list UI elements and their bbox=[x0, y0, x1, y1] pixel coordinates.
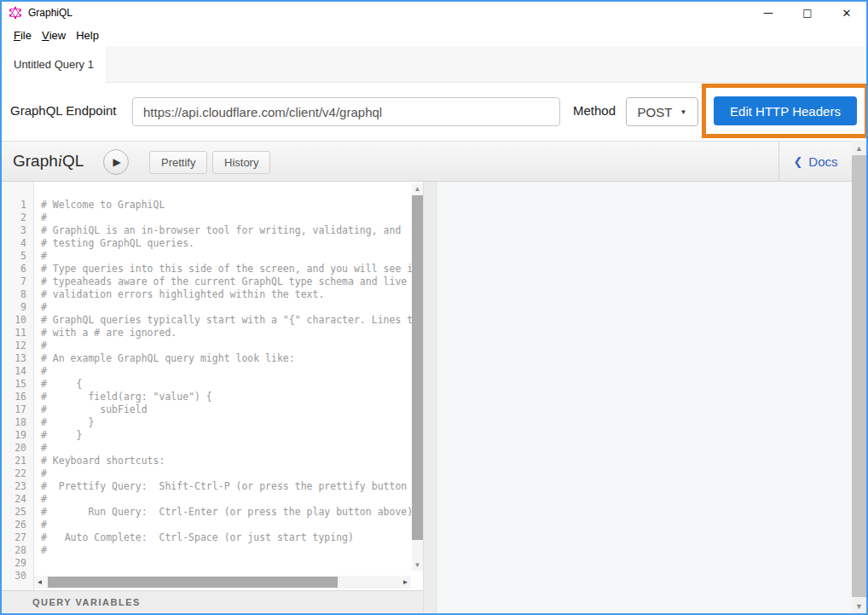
editor-line[interactable]: # GraphQL queries typically start with a… bbox=[41, 314, 423, 327]
menu-bar: FileViewHelp bbox=[2, 24, 866, 46]
title-bar: GraphiQL — □ ✕ bbox=[2, 2, 866, 24]
annotation-highlight-box: Edit HTTP Headers bbox=[702, 84, 868, 138]
tab-untitled-query[interactable]: Untitled Query 1 bbox=[2, 46, 106, 83]
window-controls: — □ ✕ bbox=[749, 2, 866, 24]
scroll-left-icon[interactable]: ◄ bbox=[34, 576, 45, 589]
line-number: 5 bbox=[2, 250, 26, 263]
main-vscroll-thumb[interactable] bbox=[852, 155, 866, 597]
editor-line[interactable]: # GraphiQL is an in-browser tool for wri… bbox=[41, 224, 423, 237]
line-number: 30 bbox=[2, 570, 26, 583]
play-icon: ▶ bbox=[113, 156, 120, 168]
editor-line[interactable]: # Type queries into this side of the scr… bbox=[41, 263, 423, 276]
minimize-icon[interactable]: — bbox=[749, 2, 788, 24]
editor-line[interactable]: # field(arg: "value") { bbox=[41, 391, 423, 403]
method-label: Method bbox=[573, 103, 616, 118]
editor-column: 1234567891011121314151617181920212223242… bbox=[2, 182, 423, 613]
editor-line[interactable]: # bbox=[41, 301, 423, 314]
query-editor[interactable]: 1234567891011121314151617181920212223242… bbox=[2, 182, 423, 590]
line-number: 12 bbox=[2, 339, 26, 352]
editor-line[interactable] bbox=[41, 557, 423, 570]
endpoint-label: GraphQL Endpoint bbox=[10, 103, 117, 118]
query-variables-title: QUERY VARIABLES bbox=[32, 597, 141, 607]
editor-line[interactable]: # typeaheads aware of the current GraphQ… bbox=[41, 276, 423, 288]
editor-line[interactable]: # } bbox=[41, 416, 423, 429]
close-icon[interactable]: ✕ bbox=[827, 2, 866, 24]
graphiql-body: 1234567891011121314151617181920212223242… bbox=[2, 182, 852, 613]
editor-line[interactable]: # bbox=[41, 519, 423, 531]
line-number: 21 bbox=[2, 455, 26, 467]
edit-http-headers-button[interactable]: Edit HTTP Headers bbox=[714, 96, 857, 125]
line-number-gutter: 1234567891011121314151617181920212223242… bbox=[2, 182, 34, 590]
app-window: GraphiQL — □ ✕ FileViewHelp Untitled Que… bbox=[0, 0, 868, 615]
editor-line[interactable]: # with a # are ignored. bbox=[41, 327, 423, 339]
history-button[interactable]: History bbox=[212, 151, 270, 174]
menu-item-view[interactable]: View bbox=[37, 24, 71, 46]
prettify-button[interactable]: Prettify bbox=[149, 151, 207, 174]
scroll-down-icon[interactable]: ▼ bbox=[852, 599, 866, 613]
line-number: 20 bbox=[2, 442, 26, 455]
main-vertical-scrollbar[interactable]: ▲ ▼ bbox=[852, 141, 866, 613]
maximize-icon[interactable]: □ bbox=[788, 2, 827, 24]
line-number: 27 bbox=[2, 531, 26, 544]
menu-item-help[interactable]: Help bbox=[71, 24, 104, 46]
pane-divider[interactable] bbox=[423, 182, 437, 613]
line-number: 28 bbox=[2, 544, 26, 557]
editor-line[interactable]: # bbox=[41, 339, 423, 352]
line-number: 4 bbox=[2, 237, 26, 250]
logo-part-graph: Graph bbox=[13, 152, 58, 170]
editor-line[interactable]: # Auto Complete: Ctrl-Space (or just sta… bbox=[41, 531, 423, 544]
editor-line[interactable]: # bbox=[41, 544, 423, 557]
line-number: 8 bbox=[2, 288, 26, 301]
line-number: 6 bbox=[2, 263, 26, 276]
line-number: 23 bbox=[2, 480, 26, 493]
docs-label: Docs bbox=[808, 154, 837, 169]
editor-line[interactable]: # validation errors highlighted within t… bbox=[41, 288, 423, 301]
editor-vertical-scrollbar[interactable]: ▲ ▼ bbox=[412, 183, 423, 571]
editor-line[interactable]: # testing GraphQL queries. bbox=[41, 237, 423, 250]
line-number: 2 bbox=[2, 212, 26, 224]
editor-line[interactable]: # subField bbox=[41, 403, 423, 416]
menu-item-file[interactable]: File bbox=[9, 24, 37, 46]
tab-strip: Untitled Query 1 bbox=[2, 46, 866, 83]
graphql-logo-icon bbox=[9, 7, 21, 19]
scroll-up-icon[interactable]: ▲ bbox=[852, 141, 866, 155]
editor-line[interactable]: # An example GraphQL query might look li… bbox=[41, 352, 423, 365]
editor-hscroll-thumb[interactable] bbox=[48, 577, 338, 588]
editor-code[interactable]: # Welcome to GraphiQL## GraphiQL is an i… bbox=[34, 182, 423, 590]
line-number: 10 bbox=[2, 314, 26, 327]
editor-line[interactable]: # { bbox=[41, 378, 423, 391]
graphiql-toolbar: GraphiQL ▶ Prettify History ❮ Docs bbox=[2, 141, 852, 182]
scroll-right-icon[interactable]: ► bbox=[400, 576, 411, 589]
editor-line[interactable]: # Welcome to GraphiQL bbox=[41, 199, 423, 212]
line-number: 29 bbox=[2, 557, 26, 570]
run-query-button[interactable]: ▶ bbox=[103, 149, 129, 175]
editor-line[interactable]: # Prettify Query: Shift-Ctrl-P (or press… bbox=[41, 480, 423, 493]
editor-vscroll-thumb[interactable] bbox=[412, 195, 423, 540]
line-number: 14 bbox=[2, 365, 26, 378]
editor-line[interactable]: # Run Query: Ctrl-Enter (or press the pl… bbox=[41, 506, 423, 519]
logo-part-ql: QL bbox=[62, 152, 84, 170]
chevron-left-icon: ❮ bbox=[793, 155, 802, 168]
editor-line[interactable]: # bbox=[41, 365, 423, 378]
method-select[interactable]: POST ▼ bbox=[626, 97, 698, 126]
scroll-down-icon[interactable]: ▼ bbox=[412, 560, 423, 571]
graphiql-logo: GraphiQL bbox=[13, 152, 84, 171]
editor-line[interactable]: # } bbox=[41, 429, 423, 442]
line-number: 3 bbox=[2, 224, 26, 237]
line-number: 25 bbox=[2, 506, 26, 519]
endpoint-input[interactable] bbox=[132, 97, 560, 126]
query-variables-bar[interactable]: QUERY VARIABLES bbox=[2, 590, 423, 613]
editor-line[interactable]: # bbox=[41, 467, 423, 480]
editor-line[interactable]: # bbox=[41, 442, 423, 455]
endpoint-row: GraphQL Endpoint Method POST ▼ Edit HTTP… bbox=[2, 83, 866, 141]
editor-horizontal-scrollbar[interactable]: ◄ ► bbox=[34, 576, 411, 589]
line-number: 22 bbox=[2, 467, 26, 480]
editor-line[interactable]: # bbox=[41, 250, 423, 263]
line-number: 16 bbox=[2, 391, 26, 403]
editor-line[interactable]: # bbox=[41, 212, 423, 224]
scroll-up-icon[interactable]: ▲ bbox=[412, 183, 423, 194]
docs-toggle-button[interactable]: ❮ Docs bbox=[778, 142, 852, 181]
chevron-down-icon: ▼ bbox=[680, 108, 686, 116]
editor-line[interactable]: # Keyboard shortcuts: bbox=[41, 455, 423, 467]
editor-line[interactable]: # bbox=[41, 493, 423, 506]
